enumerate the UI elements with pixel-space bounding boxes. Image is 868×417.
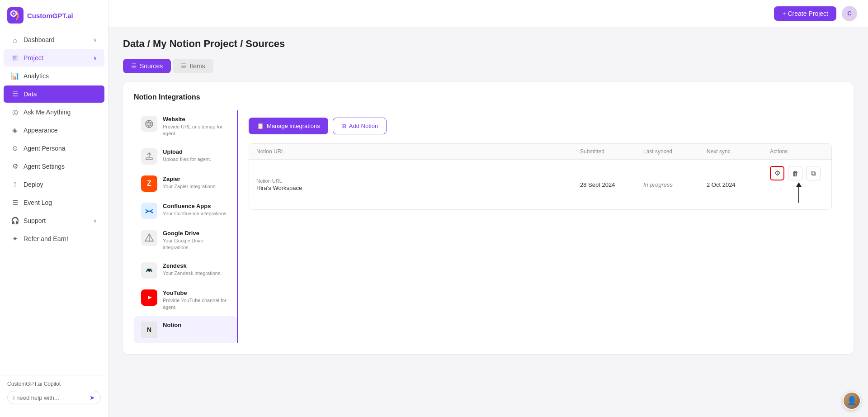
confluence-icon	[141, 203, 157, 219]
settings-icon: ⚙	[11, 162, 19, 171]
add-notion-icon: ⊞	[341, 123, 346, 129]
svg-point-2	[13, 13, 14, 14]
source-item-youtube[interactable]: YouTube Provide YouTube channel for agen…	[134, 284, 237, 317]
sources-layout: Website Provide URL or sitemap for agent…	[134, 110, 843, 343]
items-tab-icon: ☰	[181, 62, 187, 70]
add-notion-button[interactable]: ⊞ Add Notion	[333, 118, 387, 134]
sidebar-item-agent-persona[interactable]: ⊙ Agent Persona	[4, 140, 104, 157]
content-area: Data / My Notion Project / Sources ☰ Sou…	[108, 27, 868, 417]
chevron-icon3: ∨	[93, 218, 97, 224]
gdrive-icon	[141, 230, 157, 246]
source-info-zendesk: Zendesk Your Zendesk integrations.	[163, 262, 230, 277]
manage-integrations-button[interactable]: 📋 Manage integrations	[249, 118, 328, 134]
sidebar: CustomGPT.ai ⌂ Dashboard ∨ ⊞ Project ∨ 📊…	[0, 0, 108, 417]
breadcrumb: Data / My Notion Project / Sources	[123, 38, 854, 50]
copilot-label: CustomGPT.ai Copilot	[7, 381, 101, 387]
table-cell-actions: ⚙ 🗑 ⧉	[770, 166, 824, 203]
tab-sources[interactable]: ☰ Sources	[123, 59, 171, 73]
avatar-image: 👤	[844, 393, 860, 409]
deploy-icon: ⤴	[11, 180, 19, 189]
table-row: Notion URL Hira's Workspace 28 Sept 2024…	[249, 160, 831, 209]
persona-icon: ⊙	[11, 144, 19, 152]
col-header-notion-url: Notion URL	[256, 148, 580, 155]
source-item-zendesk[interactable]: Zendesk Your Zendesk integrations.	[134, 257, 237, 284]
upload-icon	[141, 148, 157, 165]
notion-table: Notion URL Submitted Last synced Next sy…	[249, 143, 832, 210]
copilot-send-icon[interactable]: ➤	[90, 394, 95, 401]
col-header-last-synced: Last synced	[643, 148, 707, 155]
chevron-icon2: ∨	[93, 55, 97, 61]
notion-integrations-card: Notion Integrations Website Provide URL …	[123, 82, 854, 354]
source-item-website[interactable]: Website Provide URL or sitemap for agent…	[134, 110, 237, 143]
sidebar-item-support[interactable]: 🎧 Support ∨	[4, 212, 104, 229]
table-actions: ⚙ 🗑 ⧉	[770, 166, 824, 180]
ask-icon: ◎	[11, 108, 19, 116]
table-header: Notion URL Submitted Last synced Next sy…	[249, 144, 831, 160]
source-item-notion[interactable]: N Notion	[134, 316, 237, 343]
sidebar-item-dashboard[interactable]: ⌂ Dashboard ∨	[4, 31, 104, 48]
sidebar-item-data[interactable]: ☰ Data	[4, 85, 104, 103]
sources-panel: 📋 Manage integrations ⊞ Add Notion Notio…	[238, 110, 843, 343]
manage-icon: 📋	[257, 123, 264, 129]
items-tab-label: Items	[189, 62, 205, 70]
col-header-submitted: Submitted	[580, 148, 643, 155]
panel-actions: 📋 Manage integrations ⊞ Add Notion	[249, 118, 832, 134]
chevron-icon: ∨	[93, 37, 97, 43]
source-item-gdrive[interactable]: Google Drive Your Google Drive integrati…	[134, 224, 237, 257]
col-header-actions: Actions	[770, 148, 824, 155]
sidebar-item-appearance[interactable]: ◈ Appearance	[4, 122, 104, 139]
refer-icon: ✦	[11, 235, 19, 243]
event-log-icon: ☰	[11, 199, 19, 207]
delete-action-button[interactable]: 🗑	[788, 166, 802, 180]
topbar: + Create Project C	[108, 0, 868, 27]
project-icon: ⊞	[11, 54, 19, 62]
data-icon: ☰	[11, 90, 19, 98]
sidebar-nav: ⌂ Dashboard ∨ ⊞ Project ∨ 📊 Analytics ☰ …	[0, 31, 108, 375]
user-avatar[interactable]: 👤	[843, 392, 861, 410]
copilot-input-wrap: ➤	[7, 391, 101, 404]
sidebar-item-project[interactable]: ⊞ Project ∨	[4, 49, 104, 66]
table-cell-submitted: 28 Sept 2024	[580, 181, 643, 188]
logo[interactable]: CustomGPT.ai	[0, 7, 108, 31]
card-title: Notion Integrations	[134, 93, 843, 101]
source-info-confluence: Confluence Apps Your Confluence integrat…	[163, 203, 230, 217]
zapier-icon: Z	[141, 175, 157, 192]
youtube-icon	[141, 289, 157, 306]
copy-action-button[interactable]: ⧉	[806, 166, 821, 180]
tab-items[interactable]: ☰ Items	[173, 59, 213, 73]
source-info-upload: Upload Upload files for agent.	[163, 148, 230, 163]
table-cell-last-synced: In progress	[643, 181, 707, 188]
arrow-annotation	[774, 182, 824, 203]
copilot-input[interactable]	[13, 394, 90, 401]
sidebar-item-ask[interactable]: ◎ Ask Me Anything	[4, 104, 104, 121]
sidebar-item-agent-settings[interactable]: ⚙ Agent Settings	[4, 158, 104, 175]
settings-action-button[interactable]: ⚙	[770, 166, 784, 180]
col-header-next-sync: Next sync	[707, 148, 770, 155]
tabs-container: ☰ Sources ☰ Items	[123, 59, 854, 73]
source-info-website: Website Provide URL or sitemap for agent…	[163, 116, 230, 137]
sidebar-item-deploy[interactable]: ⤴ Deploy	[4, 176, 104, 193]
sidebar-item-event-log[interactable]: ☰ Event Log	[4, 194, 104, 211]
topbar-avatar[interactable]: C	[842, 6, 857, 21]
main-content: + Create Project C Data / My Notion Proj…	[108, 0, 868, 417]
logo-icon	[7, 7, 24, 24]
logo-text: CustomGPT.ai	[27, 12, 73, 19]
zendesk-icon	[141, 262, 157, 279]
sidebar-item-analytics[interactable]: 📊 Analytics	[4, 67, 104, 85]
sources-tab-icon: ☰	[131, 62, 137, 70]
source-info-youtube: YouTube Provide YouTube channel for agen…	[163, 289, 230, 311]
source-item-zapier[interactable]: Z Zapier Your Zapier integrations.	[134, 170, 237, 197]
source-item-upload[interactable]: Upload Upload files for agent.	[134, 143, 237, 170]
website-icon	[141, 116, 157, 132]
table-cell-notion-url: Notion URL Hira's Workspace	[256, 178, 580, 191]
analytics-icon: 📊	[11, 72, 19, 80]
source-item-confluence[interactable]: Confluence Apps Your Confluence integrat…	[134, 197, 237, 224]
appearance-icon: ◈	[11, 126, 19, 134]
source-info-zapier: Zapier Your Zapier integrations.	[163, 175, 230, 190]
source-info-notion: Notion	[163, 322, 230, 329]
sources-tab-label: Sources	[140, 62, 163, 70]
sidebar-bottom: CustomGPT.ai Copilot ➤	[0, 375, 108, 410]
support-icon: 🎧	[11, 217, 19, 225]
create-project-button[interactable]: + Create Project	[774, 6, 836, 21]
sidebar-item-refer[interactable]: ✦ Refer and Earn!	[4, 230, 104, 247]
